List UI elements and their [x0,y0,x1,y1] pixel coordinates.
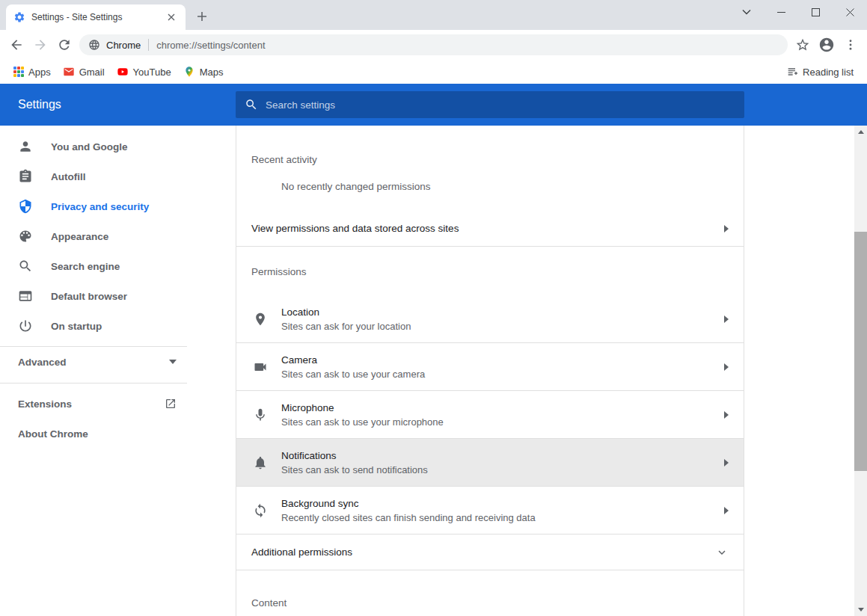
tab-search-chevron-icon[interactable] [729,0,764,24]
sidebar-item-you-and-google[interactable]: You and Google [0,132,187,161]
sidebar-divider [0,383,187,384]
avatar-icon [818,37,835,53]
permission-row-background-sync[interactable]: Background sync Recently closed sites ca… [236,487,744,535]
tab-close-icon[interactable] [165,10,178,24]
bookmark-label: YouTube [133,67,171,78]
subpage-arrow-icon [724,315,729,323]
chrome-page-globe-icon [88,39,100,51]
reading-list-button[interactable]: Reading list [780,62,860,81]
tab-title: Settings - Site Settings [31,12,159,22]
address-bar[interactable]: Chrome chrome://settings/content [79,34,788,55]
permission-row-notifications[interactable]: Notifications Sites can ask to send noti… [236,439,744,487]
chevron-down-icon [169,360,177,364]
permission-text: Location Sites can ask for your location [281,307,724,332]
sidebar-item-privacy-and-security[interactable]: Privacy and security [0,191,187,221]
minimize-button[interactable] [764,0,798,24]
site-settings-card: Recent activity No recently changed perm… [236,126,744,616]
bookmark-label: Apps [28,67,51,78]
browser-tab[interactable]: Settings - Site Settings [6,4,186,30]
sync-icon [251,503,269,518]
browser-menu-button[interactable] [839,33,863,57]
subpage-arrow-icon [724,507,729,514]
profile-avatar-button[interactable] [815,33,839,57]
sidebar-item-extensions[interactable]: Extensions [0,389,187,419]
permission-title: Camera [281,354,724,366]
subpage-arrow-icon [724,225,729,232]
person-icon [18,139,33,154]
subpage-arrow-icon [724,363,729,371]
browser-window-icon [18,289,33,304]
sidebar-item-label: Advanced [18,357,67,368]
sidebar-item-label: Privacy and security [51,201,149,212]
sidebar-item-about-chrome[interactable]: About Chrome [0,419,187,449]
sidebar-item-label: Appearance [51,231,108,242]
scroll-up-button[interactable] [854,126,867,138]
sidebar-item-label: Extensions [18,398,72,410]
permissions-list: Location Sites can ask for your location… [236,295,744,535]
permission-subtitle: Sites can ask for your location [281,321,724,332]
vertical-scrollbar[interactable] [854,126,867,616]
permission-text: Microphone Sites can ask to use your mic… [281,402,724,428]
bookmark-gmail[interactable]: Gmail [57,62,111,81]
bookmark-star-button[interactable] [791,33,815,57]
scroll-up-arrow-icon [858,130,864,134]
no-recent-permissions-text: No recently changed permissions [236,165,744,211]
scrollbar-thumb[interactable] [854,232,867,471]
sidebar-item-on-startup[interactable]: On startup [0,311,187,341]
reload-button[interactable] [52,33,76,57]
scroll-down-arrow-icon [858,608,864,612]
permission-title: Location [281,307,724,318]
omnibox-product-label: Chrome [106,40,141,51]
scroll-down-button[interactable] [854,603,867,616]
settings-header: Settings [0,84,867,126]
search-input[interactable] [266,99,744,111]
gmail-icon [63,66,75,78]
location-icon [251,312,269,327]
bookmark-label: Gmail [79,67,105,78]
tab-strip: Settings - Site Settings [0,0,867,30]
settings-gear-favicon-icon [13,11,25,23]
new-tab-button[interactable] [192,6,212,27]
sidebar-item-label: You and Google [51,141,128,153]
sidebar-item-advanced[interactable]: Advanced [0,347,187,377]
additional-permissions-label: Additional permissions [251,546,352,558]
search-icon [245,98,258,111]
forward-button[interactable] [28,33,52,57]
autofill-icon [18,169,33,184]
close-window-button[interactable] [833,0,867,24]
bookmarks-bar: Apps Gmail YouTube Maps Reading list [0,60,867,84]
navigation-toolbar: Chrome chrome://settings/content [0,30,867,60]
kebab-menu-icon [844,38,857,52]
subpage-arrow-icon [724,459,729,466]
sidebar-item-appearance[interactable]: Appearance [0,221,187,251]
power-icon [18,318,33,333]
back-button[interactable] [4,33,28,57]
permission-row-microphone[interactable]: Microphone Sites can ask to use your mic… [236,391,744,439]
sidebar-item-default-browser[interactable]: Default browser [0,281,187,311]
reading-list-icon [786,66,798,78]
sidebar-item-autofill[interactable]: Autofill [0,161,187,191]
settings-search[interactable] [236,91,744,118]
palette-icon [18,229,33,244]
settings-main: Recent activity No recently changed perm… [236,126,867,616]
permission-row-location[interactable]: Location Sites can ask for your location [236,295,744,343]
permission-subtitle: Sites can ask to use your camera [281,369,724,380]
reload-icon [57,37,72,52]
sidebar-item-search-engine[interactable]: Search engine [0,251,187,281]
youtube-icon [117,66,129,78]
additional-permissions-row[interactable]: Additional permissions [236,535,744,570]
permission-row-camera[interactable]: Camera Sites can ask to use your camera [236,343,744,391]
bookmark-maps[interactable]: Maps [177,62,230,81]
bookmark-youtube[interactable]: YouTube [111,62,177,81]
search-icon [18,259,33,274]
permission-subtitle: Sites can ask to use your microphone [281,416,724,428]
subpage-arrow-icon [724,411,729,419]
sidebar-item-label: Search engine [51,261,120,272]
permission-text: Notifications Sites can ask to send noti… [281,450,724,475]
maps-icon [183,66,195,78]
bookmark-apps[interactable]: Apps [7,62,57,81]
sidebar-item-label: About Chrome [18,428,88,440]
maximize-button[interactable] [798,0,833,24]
view-all-permissions-row[interactable]: View permissions and data stored across … [236,211,744,247]
section-header-content: Content [251,597,729,609]
